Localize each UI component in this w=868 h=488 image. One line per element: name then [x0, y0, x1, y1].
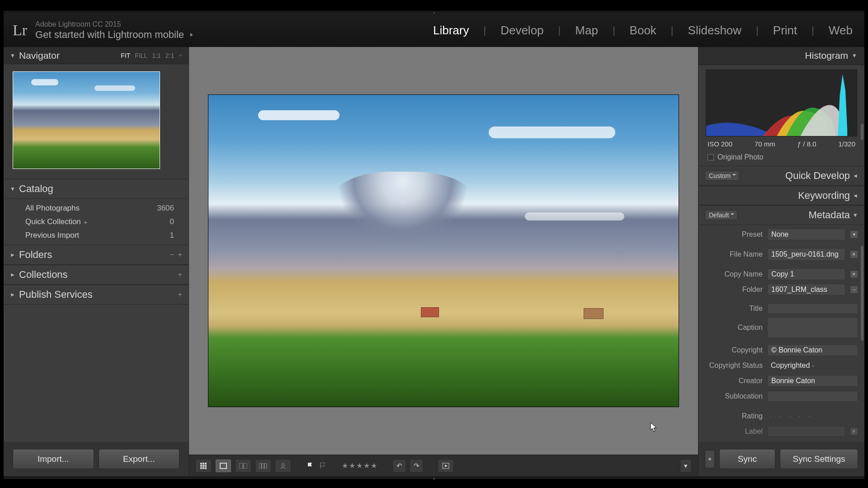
chevron-down-icon: ▼	[10, 52, 15, 59]
navigator-thumbnail[interactable]	[13, 71, 160, 169]
rotate-cw-button[interactable]: ↷	[410, 459, 423, 473]
goto-icon[interactable]: ≡	[850, 270, 858, 278]
right-panel: Histogram ▼ ISO 200 70 mm ƒ / 8.0 1/320	[698, 47, 864, 476]
plus-icon[interactable]: +	[178, 291, 182, 299]
module-library[interactable]: Library	[430, 22, 472, 39]
export-button[interactable]: Export...	[99, 449, 180, 469]
module-slideshow[interactable]: Slideshow	[685, 22, 745, 39]
left-panel: ▼ Navigator FIT FILL 1:1 2:1 ÷ ▼ Catalog	[4, 47, 189, 476]
navigator-title: Navigator	[19, 50, 60, 61]
impromptu-slideshow-button[interactable]	[438, 459, 454, 473]
quick-develop-preset-dropdown[interactable]: Custom	[705, 171, 739, 181]
zoom-fill[interactable]: FILL	[135, 52, 147, 59]
module-print[interactable]: Print	[770, 22, 800, 39]
app-header: Lr Adobe Lightroom CC 2015 Get started w…	[4, 14, 864, 47]
catalog-header[interactable]: ▼ Catalog	[4, 179, 189, 199]
sync-toggle[interactable]	[705, 450, 715, 468]
meta-label-sublocation: Sublocation	[705, 392, 763, 400]
catalog-item-label: All Photographs	[25, 204, 80, 213]
svg-point-15	[282, 464, 284, 466]
histogram-header[interactable]: Histogram ▼	[698, 47, 864, 65]
folders-header[interactable]: ► Folders −+	[4, 245, 189, 265]
meta-rating-dots[interactable]: ·····	[767, 413, 858, 419]
module-develop[interactable]: Develop	[498, 22, 546, 39]
scrollbar-thumb[interactable]	[861, 246, 863, 341]
flag-reject-icon[interactable]	[318, 461, 327, 470]
metadata-header[interactable]: Default Metadata ▼	[698, 205, 864, 225]
dropdown-icon[interactable]: ▾	[850, 230, 858, 239]
meta-filename-field[interactable]: 1505_peru-0161.dng	[767, 248, 845, 260]
meta-label-label: Label	[705, 427, 763, 436]
catalog-quick-collection[interactable]: Quick Collection + 0	[4, 215, 189, 229]
zoom-fit[interactable]: FIT	[121, 52, 130, 59]
goto-icon[interactable]: →	[850, 286, 858, 294]
app-logo: Lr	[13, 22, 27, 39]
catalog-list: All Photographs 3606 Quick Collection + …	[4, 199, 189, 245]
image-canvas[interactable]	[189, 47, 698, 455]
bottom-edge-disclosure[interactable]: ▲	[4, 476, 864, 479]
catalog-previous-import[interactable]: Previous Import 1	[4, 229, 189, 242]
original-photo-label: Original Photo	[717, 153, 763, 161]
goto-icon[interactable]: ≡	[850, 250, 858, 258]
zoom-more-icon[interactable]: ÷	[179, 52, 182, 59]
main-photo[interactable]	[208, 95, 679, 407]
catalog-all-photographs[interactable]: All Photographs 3606	[4, 202, 189, 215]
meta-copyright-status-value[interactable]: Copyrighted ÷	[767, 360, 858, 371]
meta-creator-field[interactable]: Bonnie Caton	[767, 375, 858, 387]
meta-preset-dropdown[interactable]: None	[767, 229, 845, 240]
meta-label-folder: Folder	[705, 286, 763, 294]
histogram-display[interactable]	[706, 70, 857, 137]
checkbox-icon[interactable]	[708, 154, 714, 160]
meta-title-field[interactable]	[767, 303, 858, 314]
sync-settings-button[interactable]: Sync Settings	[780, 449, 858, 469]
flag-pick-icon[interactable]	[306, 461, 315, 470]
scrollbar-thumb[interactable]	[861, 124, 863, 140]
plus-icon[interactable]: +	[178, 251, 182, 259]
grid-view-button[interactable]	[195, 459, 212, 473]
svg-rect-11	[244, 463, 247, 469]
metadata-set-dropdown[interactable]: Default	[705, 210, 737, 220]
import-button[interactable]: Import...	[13, 449, 94, 469]
aperture-value: ƒ / 8.0	[797, 140, 816, 148]
meta-folder-field[interactable]: 1607_LRM_class	[767, 284, 845, 296]
sync-button[interactable]: Sync	[719, 449, 775, 469]
chevron-down-icon: ▼	[852, 52, 857, 59]
rating-stars[interactable]: ★★★★★	[342, 461, 378, 470]
toolbar-menu-button[interactable]: ▾	[680, 459, 692, 473]
module-web[interactable]: Web	[826, 22, 855, 39]
module-book[interactable]: Book	[627, 22, 659, 39]
plus-icon[interactable]: +	[178, 271, 182, 279]
zoom-1to1[interactable]: 1:1	[152, 52, 160, 59]
minus-icon[interactable]: −	[170, 251, 174, 259]
metadata-body: Preset None ▾ File Name 1505_peru-0161.d…	[698, 225, 864, 442]
publish-title: Publish Services	[19, 289, 93, 300]
zoom-2to1[interactable]: 2:1	[165, 52, 174, 59]
mobile-prompt-row[interactable]: Get started with Lightroom mobile ►	[35, 29, 195, 40]
compare-view-button[interactable]	[235, 459, 251, 473]
survey-view-button[interactable]	[255, 459, 271, 473]
svg-rect-0	[200, 463, 202, 465]
meta-label-caption: Caption	[705, 324, 763, 332]
meta-caption-field[interactable]	[767, 317, 858, 338]
zoom-options: FIT FILL 1:1 2:1 ÷	[121, 52, 182, 59]
meta-label-field[interactable]	[767, 426, 845, 437]
shutter-value: 1/320	[838, 140, 855, 148]
meta-sublocation-field[interactable]	[767, 391, 858, 402]
chevron-left-icon: ◄	[853, 192, 858, 199]
publish-header[interactable]: ► Publish Services +	[4, 285, 189, 305]
meta-label-filename: File Name	[705, 250, 763, 258]
collections-header[interactable]: ► Collections +	[4, 265, 189, 285]
original-photo-row[interactable]: Original Photo	[698, 151, 864, 166]
people-view-button[interactable]	[275, 459, 291, 473]
loupe-view-button[interactable]	[215, 459, 231, 473]
chevron-right-icon: ►	[10, 272, 15, 278]
module-map[interactable]: Map	[572, 22, 601, 39]
quick-develop-header[interactable]: Custom Quick Develop ◄	[698, 166, 864, 186]
keywording-header[interactable]: Keywording ◄	[698, 186, 864, 206]
rotate-ccw-button[interactable]: ↶	[392, 459, 406, 473]
meta-copyname-field[interactable]: Copy 1	[767, 268, 845, 280]
goto-icon[interactable]: ≡	[850, 427, 858, 436]
navigator-header[interactable]: ▼ Navigator FIT FILL 1:1 2:1 ÷	[4, 47, 189, 64]
cursor-icon	[650, 422, 657, 433]
meta-copyright-field[interactable]: © Bonnie Caton	[767, 344, 858, 356]
